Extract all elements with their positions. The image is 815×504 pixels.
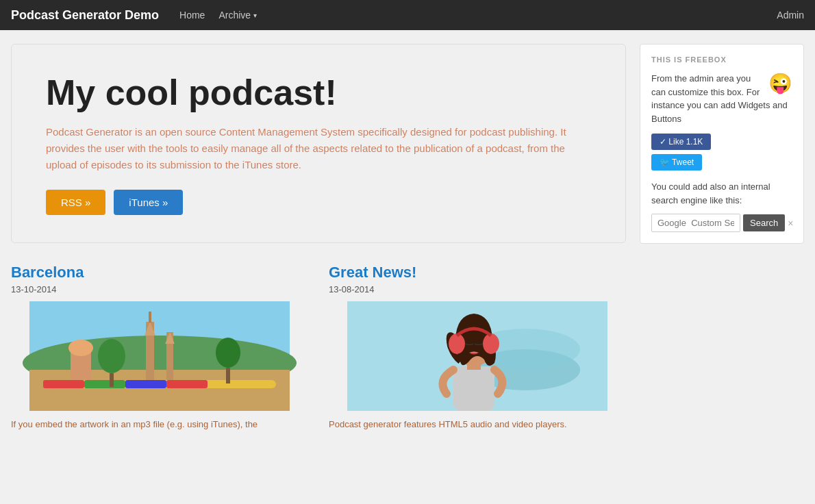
hero-buttons: RSS » iTunes » bbox=[46, 190, 591, 215]
like-button[interactable]: ✓ Like 1.1K bbox=[651, 134, 711, 150]
episode-card-great-news: Great News! 13-08-2014 bbox=[329, 264, 626, 431]
nav-links: Home Archive ▾ bbox=[179, 10, 777, 21]
episodes-grid: Barcelona 13-10-2014 bbox=[11, 264, 626, 431]
svg-rect-13 bbox=[125, 380, 166, 388]
svg-rect-7 bbox=[149, 312, 151, 323]
svg-rect-12 bbox=[84, 380, 125, 388]
navbar: Podcast Generator Demo Home Archive ▾ Ad… bbox=[0, 0, 815, 30]
search-button[interactable]: Search bbox=[743, 214, 785, 231]
episode-title[interactable]: Barcelona bbox=[11, 264, 308, 281]
episode-date: 13-08-2014 bbox=[329, 284, 626, 294]
svg-point-16 bbox=[98, 339, 125, 373]
episode-card-barcelona: Barcelona 13-10-2014 bbox=[11, 264, 308, 431]
svg-rect-23 bbox=[453, 366, 494, 411]
freebox-title: THIS IS FREEBOX bbox=[651, 55, 792, 64]
episode-title[interactable]: Great News! bbox=[329, 264, 626, 281]
svg-rect-2 bbox=[29, 370, 290, 411]
rss-button[interactable]: RSS » bbox=[46, 190, 105, 215]
freebox-emoji: 😜 bbox=[768, 69, 792, 98]
hero-section: My cool podcast! Podcast Generator is an… bbox=[11, 44, 626, 243]
hero-title: My cool podcast! bbox=[46, 72, 591, 113]
svg-point-27 bbox=[483, 333, 499, 354]
brand-link[interactable]: Podcast Generator Demo bbox=[11, 8, 159, 23]
admin-link[interactable]: Admin bbox=[777, 10, 804, 21]
freebox: THIS IS FREEBOX 😜 From the admin area yo… bbox=[640, 44, 804, 244]
svg-point-18 bbox=[216, 338, 240, 368]
episode-excerpt: If you embed the artwork in an mp3 file … bbox=[11, 418, 308, 431]
nav-archive-container: Archive ▾ bbox=[218, 10, 257, 21]
search-close-button[interactable]: × bbox=[788, 218, 793, 229]
svg-rect-19 bbox=[226, 368, 230, 383]
chevron-down-icon: ▾ bbox=[253, 12, 257, 19]
search-row: Search × bbox=[651, 214, 792, 232]
freebox-text: 😜 From the admin area you can customize … bbox=[651, 72, 792, 125]
svg-point-26 bbox=[449, 333, 465, 354]
svg-point-4 bbox=[68, 340, 93, 356]
episode-date: 13-10-2014 bbox=[11, 284, 308, 294]
episode-thumbnail-podcast bbox=[329, 301, 626, 411]
hero-description: Podcast Generator is an open source Cont… bbox=[46, 124, 580, 173]
episode-thumbnail-barcelona bbox=[11, 301, 308, 411]
episode-excerpt: Podcast generator features HTML5 audio a… bbox=[329, 418, 626, 431]
nav-home[interactable]: Home bbox=[179, 10, 205, 21]
main-content: My cool podcast! Podcast Generator is an… bbox=[11, 44, 626, 431]
nav-archive-link[interactable]: Archive bbox=[218, 10, 251, 21]
search-input[interactable] bbox=[651, 214, 740, 232]
search-note: You could add also an internal search en… bbox=[651, 180, 792, 207]
tweet-button[interactable]: 🐦 Tweet bbox=[651, 154, 702, 171]
page-wrapper: My cool podcast! Podcast Generator is an… bbox=[0, 30, 815, 445]
svg-rect-14 bbox=[166, 380, 208, 388]
sidebar: THIS IS FREEBOX 😜 From the admin area yo… bbox=[640, 44, 804, 431]
svg-rect-11 bbox=[43, 380, 84, 388]
svg-rect-17 bbox=[110, 373, 114, 387]
itunes-button[interactable]: iTunes » bbox=[114, 190, 183, 215]
